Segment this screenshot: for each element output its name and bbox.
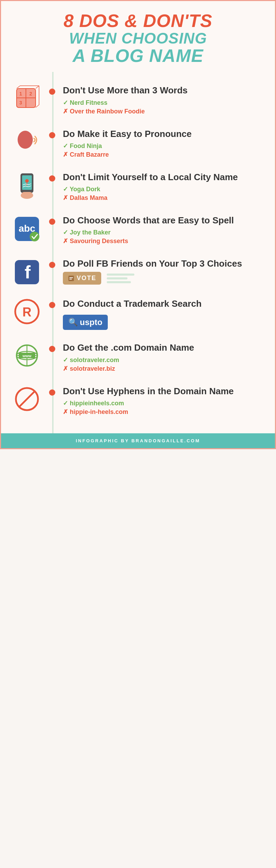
svg-text:R: R <box>22 305 31 319</box>
vote-section: VOTE <box>63 272 265 285</box>
vote-lines <box>107 274 134 283</box>
cube-icon: 1 2 3 <box>13 85 41 113</box>
map-phone-icon <box>15 172 39 200</box>
item-good: Food Ninja <box>63 142 265 150</box>
item-content: Do Conduct a Trademark Search 🔍 uspto <box>55 298 265 330</box>
item-bad: Over the Rainbow Foodie <box>63 108 265 115</box>
svg-text:2: 2 <box>29 91 32 96</box>
svg-line-8 <box>36 105 39 108</box>
header: 8 DOS & DON'TS WHEN CHOOSING A BLOG NAME <box>1 1 275 72</box>
header-line1: 8 DOS & DON'TS <box>15 11 261 30</box>
timeline-dot <box>49 132 55 138</box>
item-bad: solotraveler.biz <box>63 365 265 372</box>
timeline-dot <box>49 302 55 308</box>
icon-wrap-nohyphen <box>8 386 49 412</box>
item-good: Nerd Fitness <box>63 99 265 107</box>
icon-wrap-www: www <box>8 342 49 369</box>
svg-line-6 <box>17 86 20 89</box>
list-item: Do Make it Easy to Pronounce Food Ninja … <box>1 122 275 166</box>
icon-wrap-abc: abc <box>8 215 49 243</box>
svg-text:1: 1 <box>19 91 22 96</box>
footer: INFOGRAPHIC BY BRANDONGAILLE.COM <box>1 433 275 448</box>
item-bad: Dallas Mama <box>63 194 265 202</box>
timeline-dot <box>49 175 55 182</box>
list-item: f Do Poll FB Friends on Your Top 3 Choic… <box>1 252 275 292</box>
vote-line-3 <box>107 281 131 283</box>
item-good: Yoga Dork <box>63 185 265 193</box>
item-content: Do Choose Words that are Easy to Spell J… <box>55 215 265 246</box>
header-line2: WHEN CHOOSING <box>15 30 261 46</box>
abc-checkmark-icon: abc <box>13 215 41 243</box>
item-title: Do Conduct a Trademark Search <box>63 298 265 309</box>
svg-line-35 <box>19 391 35 407</box>
timeline-dot <box>49 262 55 268</box>
facebook-icon: f <box>13 258 41 286</box>
svg-point-11 <box>18 131 33 149</box>
svg-point-20 <box>30 232 39 241</box>
uspto-badge: 🔍 uspto <box>63 315 108 330</box>
icon-wrap-cube: 1 2 3 <box>8 85 49 113</box>
vote-box: VOTE <box>63 272 101 285</box>
infographic: 8 DOS & DON'TS WHEN CHOOSING A BLOG NAME… <box>0 0 276 449</box>
no-sign-icon <box>14 386 40 412</box>
www-globe-icon: www <box>14 342 40 369</box>
item-content: Don't Use Hyphens in the Domain Name hip… <box>55 386 265 417</box>
item-title: Don't Limit Yourself to a Local City Nam… <box>63 172 265 183</box>
item-title: Do Choose Words that are Easy to Spell <box>63 215 265 226</box>
item-bad: Savouring Desserts <box>63 237 265 245</box>
icon-wrap-r: R <box>8 298 49 325</box>
item-title: Don't Use More than 3 Words <box>63 85 265 96</box>
icon-wrap-fb: f <box>8 258 49 286</box>
timeline: 1 2 3 Don't Use More than 3 Words Nerd F… <box>1 72 275 433</box>
footer-text: INFOGRAPHIC BY BRANDONGAILLE.COM <box>76 438 200 443</box>
svg-text:www: www <box>22 354 31 358</box>
item-content: Do Poll FB Friends on Your Top 3 Choices… <box>55 258 265 285</box>
list-item: Don't Use Hyphens in the Domain Name hip… <box>1 380 275 423</box>
svg-text:3: 3 <box>19 100 22 105</box>
timeline-dot <box>49 389 55 396</box>
item-bad: hippie-in-heels.com <box>63 408 265 416</box>
vote-line-1 <box>107 274 134 276</box>
item-title: Don't Use Hyphens in the Domain Name <box>63 386 265 397</box>
ballot-icon <box>68 275 75 282</box>
item-bad: Craft Bazarre <box>63 151 265 158</box>
list-item: Don't Limit Yourself to a Local City Nam… <box>1 166 275 209</box>
item-good: hippieinheels.com <box>63 399 265 407</box>
header-line3: A BLOG NAME <box>15 46 261 65</box>
item-title: Do Make it Easy to Pronounce <box>63 129 265 139</box>
list-item: R Do Conduct a Trademark Search 🔍 uspto <box>1 292 275 336</box>
svg-rect-23 <box>68 276 74 281</box>
item-content: Do Get the .com Domain Name solotraveler… <box>55 342 265 373</box>
item-title: Do Poll FB Friends on Your Top 3 Choices <box>63 258 265 269</box>
item-title: Do Get the .com Domain Name <box>63 342 265 353</box>
face-speaking-icon <box>15 129 39 155</box>
search-icon: 🔍 <box>68 318 78 327</box>
icon-wrap-phone <box>8 172 49 200</box>
list-item: abc Do Choose Words that are Easy to Spe… <box>1 209 275 252</box>
timeline-dot <box>49 346 55 352</box>
item-good: Joy the Baker <box>63 229 265 236</box>
vote-label: VOTE <box>77 275 96 282</box>
list-item: www Do Get the .com Domain Name solotrav… <box>1 336 275 379</box>
item-content: Don't Use More than 3 Words Nerd Fitness… <box>55 85 265 116</box>
item-content: Don't Limit Yourself to a Local City Nam… <box>55 172 265 203</box>
svg-point-14 <box>25 179 29 183</box>
timeline-dot <box>49 89 55 95</box>
registered-trademark-icon: R <box>14 298 40 325</box>
list-item: 1 2 3 Don't Use More than 3 Words Nerd F… <box>1 79 275 122</box>
item-good: solotraveler.com <box>63 356 265 364</box>
item-content: Do Make it Easy to Pronounce Food Ninja … <box>55 129 265 159</box>
svg-line-7 <box>36 86 39 89</box>
svg-rect-17 <box>21 192 32 197</box>
icon-wrap-face <box>8 129 49 155</box>
svg-text:f: f <box>25 262 31 282</box>
uspto-label: uspto <box>80 317 102 327</box>
vote-line-2 <box>107 277 127 279</box>
timeline-dot <box>49 219 55 225</box>
